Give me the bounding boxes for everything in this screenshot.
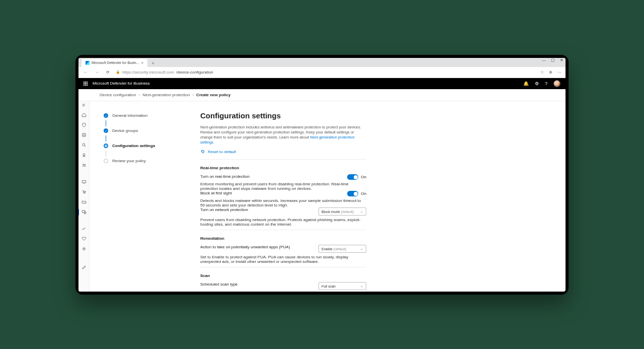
step-label: Review your policy (112, 159, 146, 163)
chevron-right-icon: › (138, 93, 140, 97)
breadcrumb-link-nextgen[interactable]: Next-generation protection (142, 93, 190, 97)
app-header: Microsoft Defender for Business 🔔 ⚙ ? (78, 78, 566, 89)
step-todo-icon (104, 159, 108, 163)
device-frame: Microsoft Defender for Busin... × + — ▢ … (75, 55, 569, 295)
setting-label: Action to take on potentially unwanted a… (200, 245, 290, 249)
nav-back-icon[interactable]: ← (83, 70, 89, 75)
step-review-policy[interactable]: Review your policy (104, 158, 195, 165)
section-title: Remediation (200, 236, 366, 241)
svg-point-7 (85, 193, 85, 193)
lock-icon: 🔒 (116, 70, 120, 74)
cart-icon[interactable] (81, 189, 87, 195)
bafs-toggle[interactable] (347, 191, 358, 196)
toggle-state: On (361, 175, 366, 179)
people-icon[interactable] (81, 163, 87, 168)
section-title: Real-time protection (200, 166, 366, 170)
avatar[interactable] (553, 80, 560, 87)
reset-to-default-button[interactable]: Reset to default (200, 149, 566, 154)
toggle-state: On (361, 191, 366, 196)
window-minimize-icon[interactable]: — (542, 58, 546, 62)
browser-menu-icon[interactable]: ⋯ (557, 70, 561, 75)
health-icon[interactable] (81, 236, 87, 242)
step-label: Configuration settings (112, 144, 155, 148)
settings-gear-icon[interactable]: ⚙ (535, 81, 539, 86)
dropdown-default: (default) (334, 247, 347, 251)
setting-desc: Detects and blocks malware within second… (200, 198, 366, 207)
scan-type-dropdown[interactable]: Full scan ⌄ (318, 282, 366, 290)
window-close-icon[interactable]: ✕ (560, 58, 564, 62)
breadcrumb-link-device-config[interactable]: Device configuration (100, 93, 136, 97)
folder-icon[interactable] (81, 199, 87, 205)
shield-favicon-icon (86, 61, 90, 65)
wizard-steps: General information Device groups Config… (90, 101, 195, 292)
home-icon[interactable] (81, 112, 87, 118)
step-connector (106, 135, 106, 142)
setting-rtp: Turn on real-time protection On (200, 174, 366, 180)
url-field[interactable]: 🔒 https://security.microsoft.com/device-… (116, 70, 535, 75)
search-icon[interactable] (81, 143, 87, 148)
url-host: https://security.microsoft.com (122, 70, 174, 75)
setting-label: Block at first sight (200, 191, 232, 195)
section-scan: Scan Scheduled scan type Full scan ⌄ (200, 267, 366, 292)
notifications-icon[interactable]: 🔔 (523, 81, 529, 86)
setting-label: Turn on real-time protection (200, 174, 250, 179)
step-connector (106, 120, 106, 126)
reset-icon (200, 149, 205, 154)
browser-tab[interactable]: Microsoft Defender for Busin... × (82, 59, 147, 67)
chevron-down-icon: ⌄ (360, 284, 363, 288)
hamburger-icon[interactable]: ≡ (83, 102, 86, 108)
breadcrumb: Device configuration › Next-generation p… (78, 89, 566, 101)
gear-icon[interactable] (81, 246, 87, 252)
collections-icon[interactable]: ⊕ (549, 70, 552, 75)
window-maximize-icon[interactable]: ▢ (551, 58, 555, 62)
shield-icon[interactable] (81, 122, 87, 128)
svg-rect-5 (82, 181, 86, 183)
step-general-info[interactable]: General information (104, 112, 195, 119)
setting-desc: Set to Enable to protect against PUA. PU… (200, 255, 366, 264)
new-tab-button[interactable]: + (149, 60, 156, 67)
setting-desc: Enforce monitoring and prevent users fro… (200, 182, 366, 191)
device-config-icon[interactable] (81, 210, 87, 215)
main-content: Configuration settings Next-generation p… (195, 101, 566, 292)
setting-label: Scheduled scan type (200, 282, 237, 287)
svg-point-1 (82, 144, 85, 146)
edit-icon[interactable] (81, 265, 87, 270)
dropdown-value: Block mode (321, 210, 340, 214)
section-remediation: Remediation Action to take on potentiall… (200, 230, 366, 267)
step-device-groups[interactable]: Device groups (104, 127, 195, 134)
rtp-toggle[interactable] (347, 174, 358, 180)
step-configuration-settings[interactable]: Configuration settings (104, 143, 195, 150)
svg-point-3 (83, 164, 84, 166)
help-icon[interactable]: ? (545, 81, 547, 86)
device-icon[interactable] (81, 179, 87, 185)
app-launcher-icon[interactable] (84, 82, 88, 86)
url-path: /device-configuration (176, 70, 213, 75)
dropdown-value: Full scan (321, 285, 336, 288)
tab-close-icon[interactable]: × (141, 60, 144, 65)
intro-text: Next-generation protection includes anti… (200, 125, 361, 146)
section-title: Scan (200, 273, 366, 278)
chart-icon[interactable] (81, 226, 87, 232)
pua-dropdown[interactable]: Enable (default) ⌄ (318, 245, 366, 253)
step-current-icon (104, 144, 108, 148)
app-body: ≡ General information (78, 101, 566, 292)
svg-point-10 (83, 248, 85, 250)
breadcrumb-current: Create new policy (196, 93, 230, 97)
chevron-right-icon: › (192, 93, 194, 97)
network-protection-dropdown[interactable]: Block mode (default) ⌄ (318, 207, 366, 216)
setting-network-protection: Turn on network protection Block mode (d… (200, 207, 366, 216)
step-complete-icon (104, 128, 108, 133)
chevron-down-icon: ⌄ (360, 210, 363, 214)
favorite-icon[interactable]: ☆ (540, 70, 544, 75)
chevron-down-icon: ⌄ (360, 247, 363, 251)
award-icon[interactable] (81, 153, 87, 158)
nav-refresh-icon[interactable]: ⟳ (105, 70, 111, 75)
report-icon[interactable] (81, 132, 87, 138)
screen: Microsoft Defender for Busin... × + — ▢ … (78, 58, 566, 292)
setting-desc: Prevent users from disabling network pro… (200, 218, 366, 227)
setting-pua: Action to take on potentially unwanted a… (200, 245, 366, 253)
svg-point-2 (83, 154, 85, 156)
setting-label: Turn on network protection (200, 207, 248, 212)
dropdown-value: Enable (321, 247, 333, 251)
nav-forward-icon[interactable]: → (94, 70, 100, 75)
